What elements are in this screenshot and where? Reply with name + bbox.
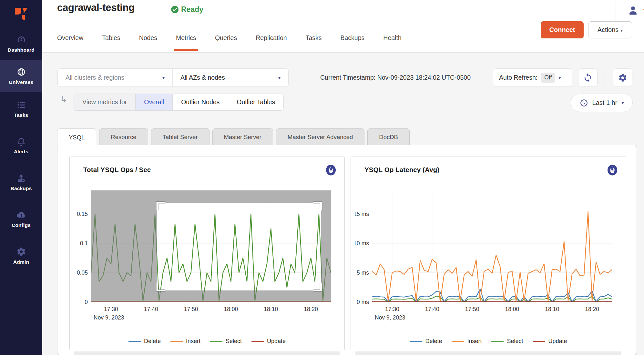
- legend-swatch: [491, 341, 504, 342]
- legend-swatch: [533, 341, 545, 342]
- svg-text:15 ms: 15 ms: [355, 211, 369, 217]
- upload-tray-icon: [16, 173, 26, 183]
- legend-label: Insert: [467, 338, 482, 345]
- sidebar-item-backups[interactable]: Backups: [0, 166, 42, 198]
- svg-text:0 ms: 0 ms: [357, 299, 369, 305]
- tab-queries[interactable]: Queries: [215, 34, 237, 51]
- globe-icon: [16, 67, 26, 77]
- metrics-settings-button[interactable]: [613, 68, 632, 87]
- svg-text:17:40: 17:40: [144, 306, 158, 312]
- tab-backups[interactable]: Backups: [341, 34, 365, 51]
- page-title: cagrawal-testing: [57, 2, 135, 14]
- view-metrics-segmented-control: View metrics for Overall Outlier Nodes O…: [74, 94, 284, 111]
- actions-button[interactable]: Actions▾: [588, 21, 632, 38]
- legend-item-insert[interactable]: Insert: [452, 338, 482, 345]
- gauge-icon: [16, 35, 26, 45]
- svg-text:17:50: 17:50: [465, 306, 479, 312]
- clusters-regions-dropdown[interactable]: All clusters & regions ▾: [58, 69, 173, 86]
- bell-icon: [16, 137, 26, 146]
- next-row-card-edge: [355, 351, 621, 355]
- sidebar-item-label: Dashboard: [8, 47, 35, 53]
- svg-text:18:10: 18:10: [264, 306, 278, 312]
- legend-item-select[interactable]: Select: [491, 338, 523, 345]
- metric-tab-resource[interactable]: Resource: [99, 128, 148, 145]
- user-profile-icon[interactable]: [627, 5, 639, 16]
- svg-text:17:30: 17:30: [385, 306, 399, 312]
- current-timestamp: Current Timestamp: Nov-09-2023 18:24:02 …: [320, 74, 471, 81]
- gear-icon: [16, 247, 26, 257]
- sidebar-item-tasks[interactable]: Tasks: [0, 93, 42, 125]
- legend-label: Select: [226, 338, 242, 345]
- legend-label: Select: [507, 338, 523, 345]
- chart-legend: DeleteInsertSelectUpdate: [351, 338, 626, 345]
- legend-swatch: [210, 341, 222, 342]
- check-circle-icon: [171, 5, 179, 14]
- prometheus-icon[interactable]: [325, 164, 337, 176]
- svg-text:18:20: 18:20: [585, 306, 599, 312]
- svg-text:Nov 9, 2023: Nov 9, 2023: [375, 314, 405, 321]
- tab-tasks[interactable]: Tasks: [306, 34, 322, 51]
- svg-text:17:30: 17:30: [104, 306, 118, 312]
- tab-overview[interactable]: Overview: [57, 34, 83, 51]
- view-option-outlier-tables[interactable]: Outlier Tables: [228, 94, 283, 110]
- time-range-dropdown[interactable]: Last 1 hr ▾: [571, 94, 633, 112]
- svg-text:0.05: 0.05: [77, 269, 88, 276]
- connect-button[interactable]: Connect: [541, 21, 584, 38]
- tab-metrics[interactable]: Metrics: [176, 34, 196, 51]
- chart-title: Total YSQL Ops / Sec: [83, 166, 151, 174]
- metric-tab-tablet-server[interactable]: Tablet Server: [151, 128, 210, 145]
- svg-text:Nov 9, 2023: Nov 9, 2023: [94, 314, 124, 321]
- metric-tab-master-server[interactable]: Master Server: [212, 128, 273, 145]
- sidebar-item-label: Configs: [12, 222, 31, 228]
- time-range-value: Last 1 hr: [592, 99, 618, 107]
- sidebar-item-universes[interactable]: Universes: [0, 60, 42, 92]
- sidebar-item-admin[interactable]: Admin: [0, 240, 42, 272]
- legend-label: Update: [548, 338, 567, 345]
- ysql-ops-chart[interactable]: 00.050.10.1517:3017:4017:5018:0018:1018:…: [74, 187, 339, 326]
- legend-item-delete[interactable]: Delete: [128, 338, 161, 345]
- gear-icon: [618, 73, 627, 82]
- svg-text:10 ms: 10 ms: [355, 240, 369, 247]
- legend-item-insert[interactable]: Insert: [170, 338, 200, 345]
- prometheus-icon[interactable]: [607, 164, 618, 176]
- metric-tab-ysql[interactable]: YSQL: [57, 128, 96, 146]
- sidebar-item-configs[interactable]: Configs: [0, 203, 42, 235]
- branch-arrow-icon: ↳: [60, 94, 67, 105]
- legend-item-delete[interactable]: Delete: [410, 338, 442, 345]
- app-root: Dashboard Universes Tasks Alerts Backups: [0, 0, 644, 355]
- legend-label: Delete: [425, 338, 442, 345]
- legend-item-update[interactable]: Update: [251, 338, 286, 345]
- metric-tab-master-server-advanced[interactable]: Master Server Advanced: [276, 128, 365, 145]
- legend-label: Delete: [144, 338, 161, 345]
- auto-refresh-dropdown[interactable]: Auto Refresh: Off ▾: [493, 68, 572, 87]
- svg-text:5 ms: 5 ms: [357, 269, 369, 276]
- tab-replication[interactable]: Replication: [256, 34, 287, 51]
- chevron-down-icon: ▾: [558, 75, 561, 80]
- sidebar-item-alerts[interactable]: Alerts: [0, 129, 42, 162]
- metric-tab-docdb[interactable]: DocDB: [367, 128, 410, 145]
- refresh-icon: [583, 73, 593, 83]
- sidebar-item-dashboard[interactable]: Dashboard: [0, 28, 42, 60]
- tab-nodes[interactable]: Nodes: [139, 34, 157, 51]
- status-label: Ready: [181, 5, 203, 14]
- yugabyte-logo[interactable]: [0, 3, 42, 25]
- chevron-down-icon: ▾: [621, 100, 624, 106]
- legend-item-update[interactable]: Update: [533, 338, 567, 345]
- actions-button-label: Actions: [598, 26, 619, 33]
- auto-refresh-label: Auto Refresh:: [499, 74, 537, 81]
- chart-card-ysql-op-latency: YSQL Op Latency (Avg) 0 ms5 ms10 ms15 ms…: [351, 157, 626, 350]
- task-list-icon: [16, 100, 26, 110]
- view-option-overall[interactable]: Overall: [136, 94, 173, 110]
- tab-health[interactable]: Health: [383, 34, 401, 51]
- legend-swatch: [251, 341, 264, 342]
- svg-text:0.1: 0.1: [80, 240, 88, 247]
- legend-item-select[interactable]: Select: [210, 338, 242, 345]
- refresh-button[interactable]: [578, 68, 598, 87]
- universe-nav-tabs: Overview Tables Nodes Metrics Queries Re…: [57, 34, 420, 51]
- tab-tables[interactable]: Tables: [102, 34, 120, 51]
- ysql-latency-chart[interactable]: 0 ms5 ms10 ms15 ms17:3017:4017:5018:0018…: [355, 187, 620, 326]
- azs-nodes-dropdown[interactable]: All AZs & nodes ▾: [173, 69, 288, 86]
- sidebar-item-label: Alerts: [14, 149, 28, 155]
- view-option-outlier-nodes[interactable]: Outlier Nodes: [173, 94, 228, 110]
- toolbar-divider: [605, 70, 605, 86]
